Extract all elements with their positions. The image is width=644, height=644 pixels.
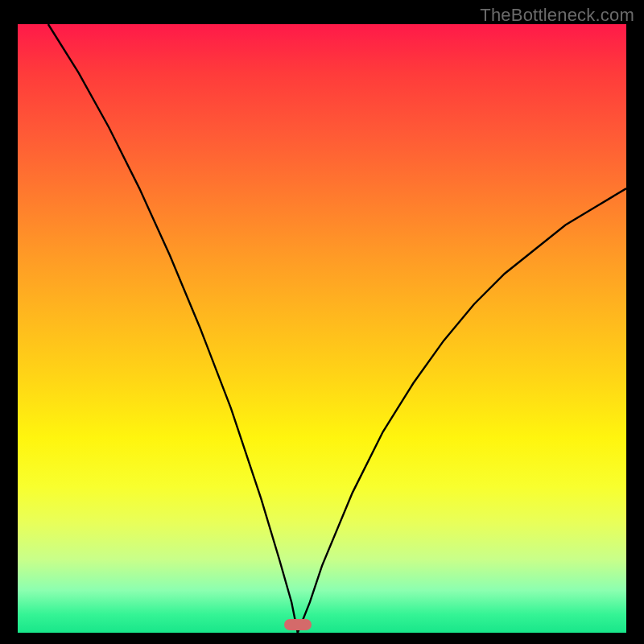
bottleneck-curve-left — [48, 24, 298, 633]
curve-svg — [18, 24, 626, 633]
plot-area — [18, 24, 626, 633]
watermark-text: TheBottleneck.com — [480, 5, 634, 26]
notch-marker — [284, 619, 312, 630]
bottleneck-curve-right — [298, 188, 626, 633]
chart-frame: TheBottleneck.com — [0, 0, 644, 644]
